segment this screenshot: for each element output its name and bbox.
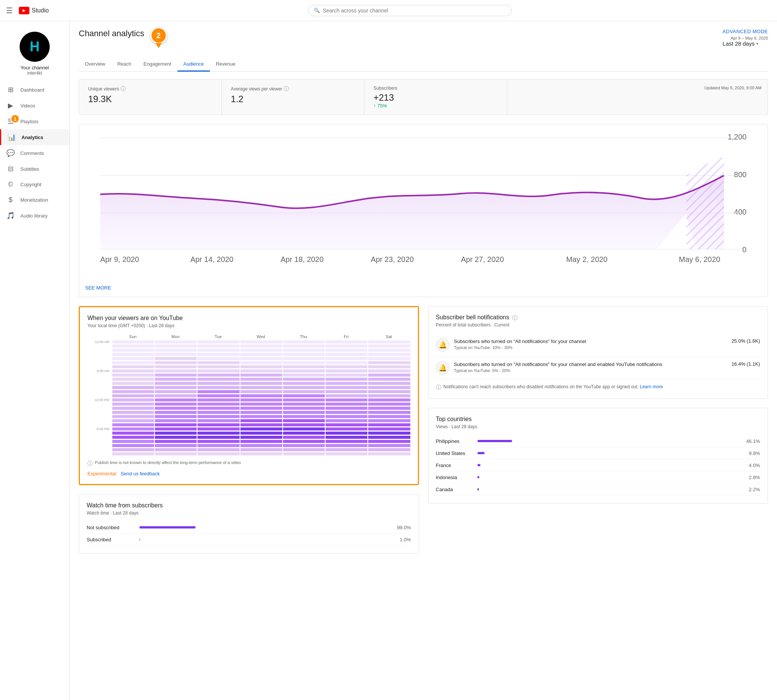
- hamburger-menu[interactable]: ☰: [6, 6, 13, 15]
- heat-cell: [283, 369, 325, 372]
- search-input[interactable]: [323, 8, 506, 13]
- watch-bar-wrap: [140, 526, 393, 528]
- sidebar-item-dashboard[interactable]: ⊞ Dashboard: [0, 82, 69, 98]
- heat-cell: [283, 398, 325, 402]
- heat-cell: [112, 373, 154, 377]
- sidebar-item-subtitles[interactable]: ⊟ Subtitles: [0, 161, 69, 177]
- country-pct: 9.8%: [749, 450, 760, 456]
- top-nav: ☰ Studio 🔍: [0, 0, 777, 21]
- heat-cell: [368, 382, 410, 385]
- heat-cell: [155, 378, 197, 381]
- learn-more-link[interactable]: Learn more: [640, 384, 663, 389]
- sidebar-label-dashboard: Dashboard: [20, 87, 45, 93]
- sidebar-item-analytics[interactable]: 📊 Analytics: [0, 129, 69, 145]
- heat-cell: [155, 369, 197, 372]
- audience-chart: 1,200 800 400 0: [79, 124, 768, 297]
- heat-cell: [112, 349, 154, 352]
- experimental-link[interactable]: Experimental: [87, 471, 116, 477]
- country-pct: 46.1%: [746, 438, 760, 444]
- heat-cell: [283, 361, 325, 364]
- tab-reach[interactable]: Reach: [111, 57, 138, 72]
- advanced-mode-button[interactable]: ADVANCED MODE: [723, 28, 768, 34]
- heat-cell: [198, 390, 239, 393]
- time-label: [87, 373, 111, 377]
- audio-library-icon: 🎵: [6, 212, 15, 220]
- svg-text:0: 0: [742, 245, 747, 254]
- sidebar-item-monetization[interactable]: $ Monetization: [0, 192, 69, 208]
- time-label: [87, 394, 111, 398]
- heat-cell: [283, 444, 325, 447]
- heat-cell: [198, 365, 239, 368]
- info-icon-avg-views[interactable]: ⓘ: [284, 85, 289, 92]
- right-column: Subscriber bell notifications ⓘ Percent …: [428, 306, 768, 554]
- heat-cell: [155, 390, 197, 393]
- heat-cell: [240, 423, 282, 426]
- heat-cell: [198, 436, 239, 439]
- sidebar-label-analytics: Analytics: [22, 135, 43, 140]
- sidebar-item-comments[interactable]: 💬 Comments: [0, 145, 69, 161]
- heat-cell: [155, 427, 197, 430]
- heat-cell: [198, 386, 239, 389]
- heat-cell: [368, 419, 410, 422]
- sidebar-item-playlists[interactable]: ☰ Playlists 1: [0, 113, 69, 129]
- time-label: [87, 432, 111, 435]
- tab-revenue[interactable]: Revenue: [210, 57, 241, 72]
- heat-cell: [240, 407, 282, 410]
- notif-info-note: ⓘ Notifications can't reach subscribers …: [436, 384, 760, 391]
- sidebar-item-copyright[interactable]: © Copyright: [0, 177, 69, 192]
- heat-cell: [155, 394, 197, 397]
- heat-cell: [198, 373, 239, 377]
- watch-time-card: Watch time from subscribers Watch time ·…: [79, 494, 419, 554]
- tab-engagement[interactable]: Engagement: [138, 57, 178, 72]
- notifications-subtitle: Percent of total subscribers · Current: [436, 322, 760, 328]
- svg-text:Apr 27, 2020: Apr 27, 2020: [461, 255, 504, 263]
- time-label: 6:00 AM: [87, 369, 111, 373]
- heat-cell: [112, 415, 154, 418]
- watch-row: Not subscribed 99.0%: [87, 522, 411, 534]
- heat-cell: [198, 411, 239, 414]
- heat-cell: [326, 390, 368, 393]
- notifications-info-icon[interactable]: ⓘ: [512, 315, 517, 322]
- country-bar: [478, 452, 485, 454]
- sidebar-label-audio-library: Audio library: [20, 213, 47, 218]
- heat-cell: [368, 432, 410, 435]
- time-label: [87, 382, 111, 385]
- heat-cell: [283, 432, 325, 435]
- tab-audience[interactable]: Audience: [178, 57, 210, 72]
- heat-cell: [112, 394, 154, 397]
- heat-cell: [326, 357, 368, 360]
- send-feedback-link[interactable]: Send us feedback: [121, 471, 160, 477]
- heat-cell: [326, 353, 368, 356]
- heat-cell: [368, 386, 410, 389]
- country-rows: Philippines 46.1% United States 9.8% Fra…: [436, 435, 760, 496]
- heat-cell: [326, 452, 368, 455]
- search-bar[interactable]: 🔍: [308, 5, 512, 16]
- heat-cell: [112, 440, 154, 443]
- see-more-link[interactable]: SEE MORE: [85, 285, 762, 291]
- sidebar-item-audio-library[interactable]: 🎵 Audio library: [0, 208, 69, 223]
- heat-cell: [240, 394, 282, 397]
- watch-pct: 99.0%: [397, 525, 411, 530]
- country-name: Indonesia: [436, 475, 474, 480]
- heat-cell: [326, 361, 368, 364]
- info-icon-unique-viewers[interactable]: ⓘ: [121, 85, 126, 92]
- heat-cell: [198, 440, 239, 443]
- time-label: [87, 386, 111, 389]
- heat-cell: [155, 411, 197, 414]
- heat-cell: [155, 440, 197, 443]
- heat-cell: [240, 398, 282, 402]
- heat-cell: [240, 390, 282, 393]
- sidebar-item-videos[interactable]: ▶ Videos: [0, 98, 69, 113]
- date-range-dropdown[interactable]: Last 28 days ▾: [723, 40, 768, 47]
- heat-cell: [368, 349, 410, 352]
- heat-cell: [112, 382, 154, 385]
- country-row: Indonesia 2.8%: [436, 472, 760, 483]
- viewer-schedule-title: When your viewers are on YouTube: [87, 315, 410, 322]
- time-label: [87, 357, 111, 360]
- heat-cell: [326, 440, 368, 443]
- heat-cell: [283, 440, 325, 443]
- country-bar-wrap: [478, 440, 743, 442]
- heat-cell: [283, 427, 325, 430]
- time-label: [87, 436, 111, 439]
- tab-overview[interactable]: Overview: [79, 57, 111, 72]
